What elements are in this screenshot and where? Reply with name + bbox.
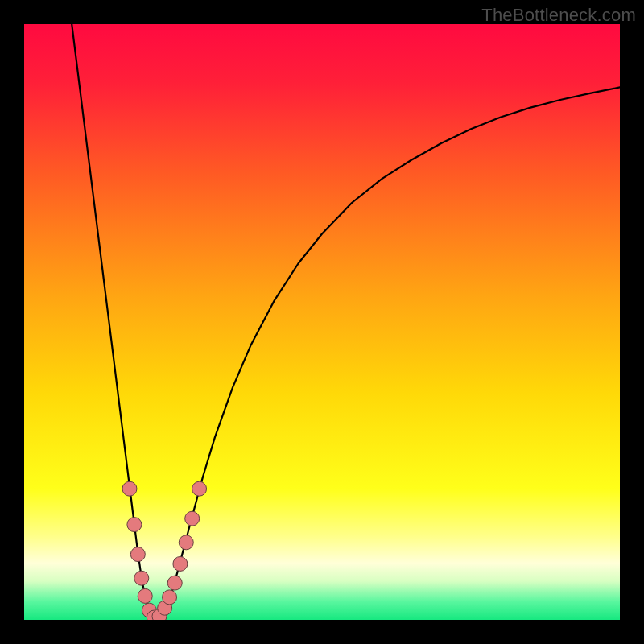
marker-point [192, 481, 207, 496]
marker-point [122, 481, 137, 496]
marker-point [163, 590, 177, 605]
bottleneck-chart [24, 24, 620, 620]
chart-background [24, 24, 620, 620]
marker-point [130, 547, 145, 562]
marker-point [138, 588, 152, 603]
marker-point [134, 571, 149, 585]
marker-point [127, 518, 142, 532]
marker-point [179, 535, 193, 550]
marker-point [173, 556, 188, 571]
marker-point [167, 576, 182, 590]
marker-point [185, 511, 200, 526]
watermark-text: TheBottleneck.com [481, 5, 636, 26]
chart-frame: TheBottleneck.com [0, 0, 644, 644]
